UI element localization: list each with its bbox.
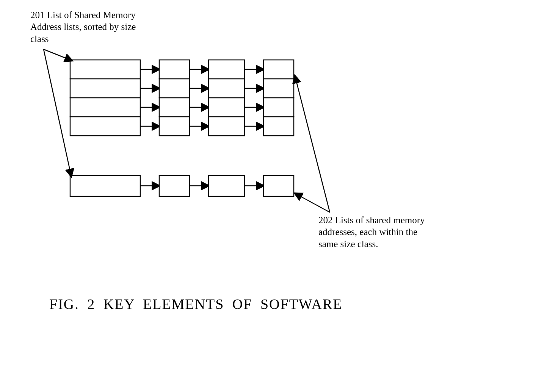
svg-rect-19 bbox=[208, 98, 245, 117]
chain-row-4 bbox=[140, 117, 294, 136]
svg-rect-34 bbox=[263, 176, 294, 196]
leader-201 bbox=[44, 49, 72, 176]
svg-rect-27 bbox=[263, 117, 294, 136]
svg-rect-30 bbox=[159, 176, 190, 196]
svg-rect-17 bbox=[159, 98, 190, 117]
svg-rect-2 bbox=[70, 98, 140, 117]
svg-rect-32 bbox=[208, 176, 245, 196]
svg-rect-25 bbox=[208, 117, 245, 136]
svg-line-35 bbox=[44, 49, 72, 61]
svg-rect-5 bbox=[159, 60, 190, 79]
svg-rect-13 bbox=[208, 79, 245, 98]
bottom-chain bbox=[70, 176, 294, 196]
svg-line-38 bbox=[295, 193, 330, 212]
chain-row-2 bbox=[140, 79, 294, 98]
svg-rect-7 bbox=[208, 60, 245, 79]
svg-line-36 bbox=[44, 49, 71, 176]
svg-line-37 bbox=[295, 76, 330, 212]
svg-rect-3 bbox=[70, 117, 140, 136]
svg-rect-9 bbox=[263, 60, 294, 79]
size-class-list-column bbox=[70, 60, 140, 136]
svg-rect-0 bbox=[70, 60, 140, 79]
chain-row-1 bbox=[140, 60, 294, 79]
svg-rect-1 bbox=[70, 79, 140, 98]
svg-rect-28 bbox=[70, 176, 140, 196]
svg-rect-15 bbox=[263, 79, 294, 98]
svg-rect-21 bbox=[263, 98, 294, 117]
chain-row-3 bbox=[140, 98, 294, 117]
diagram-stage: 201 List of Shared Memory Address lists,… bbox=[0, 0, 533, 392]
svg-rect-23 bbox=[159, 117, 190, 136]
svg-rect-11 bbox=[159, 79, 190, 98]
diagram-svg bbox=[0, 0, 533, 392]
leader-202 bbox=[295, 76, 330, 212]
